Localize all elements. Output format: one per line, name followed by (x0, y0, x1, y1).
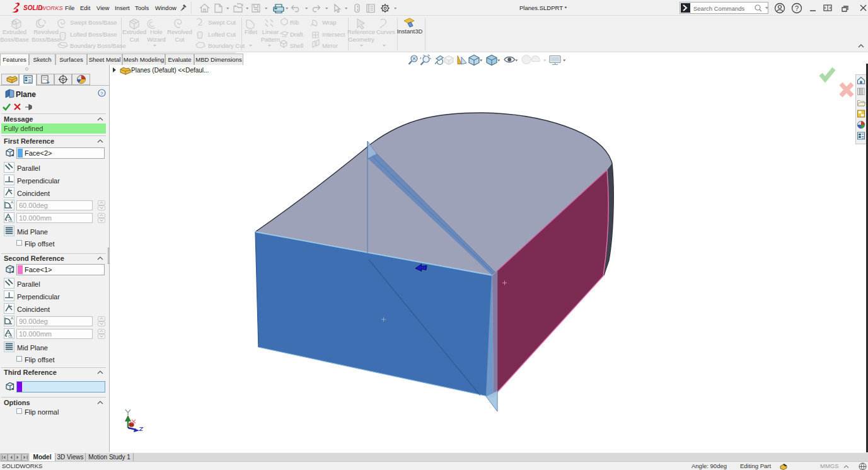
svg-text:?: ? (795, 4, 799, 12)
svg-text:?: ? (100, 91, 103, 96)
svg-text:SOLID: SOLID (23, 4, 43, 11)
svg-text:WORKS: WORKS (40, 4, 64, 11)
